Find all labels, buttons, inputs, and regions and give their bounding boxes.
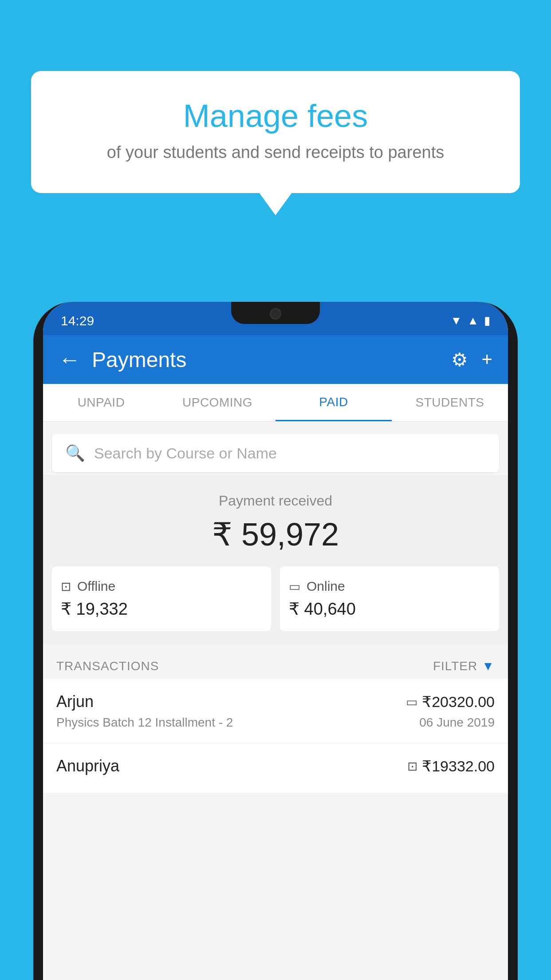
search-bar[interactable]: 🔍 Search by Course or Name bbox=[52, 434, 499, 472]
transaction-amount: ₹20320.00 bbox=[422, 693, 495, 711]
status-icons: ▼ ▲ ▮ bbox=[451, 314, 490, 328]
transaction-row-top: Anupriya ⊡ ₹19332.00 bbox=[56, 757, 495, 775]
transaction-row-bottom: Physics Batch 12 Installment - 2 06 June… bbox=[56, 715, 495, 730]
offline-label: Offline bbox=[77, 579, 115, 594]
transaction-course: Physics Batch 12 Installment - 2 bbox=[56, 715, 233, 730]
transaction-name: Arjun bbox=[56, 692, 94, 711]
add-icon[interactable]: + bbox=[481, 349, 492, 370]
search-input[interactable]: Search by Course or Name bbox=[94, 445, 277, 462]
tab-bar: UNPAID UPCOMING PAID STUDENTS bbox=[43, 384, 508, 422]
transactions-label: TRANSACTIONS bbox=[56, 659, 159, 673]
filter-icon: ▼ bbox=[482, 659, 495, 673]
signal-icon: ▲ bbox=[467, 314, 479, 328]
transaction-name: Anupriya bbox=[56, 757, 119, 775]
payment-received-label: Payment received bbox=[52, 493, 499, 509]
wifi-icon: ▼ bbox=[451, 314, 462, 328]
payment-total-amount: ₹ 59,972 bbox=[52, 516, 499, 553]
payment-cards: ⊡ Offline ₹ 19,332 ▭ Online ₹ 40,640 bbox=[52, 566, 499, 631]
transaction-row-top: Arjun ▭ ₹20320.00 bbox=[56, 692, 495, 711]
transaction-list: Arjun ▭ ₹20320.00 Physics Batch 12 Insta… bbox=[43, 679, 508, 794]
speech-bubble: Manage fees of your students and send re… bbox=[31, 71, 520, 193]
transaction-amount: ₹19332.00 bbox=[422, 757, 495, 775]
transaction-date: 06 June 2019 bbox=[419, 715, 495, 730]
search-container: 🔍 Search by Course or Name bbox=[43, 426, 508, 480]
online-icon: ▭ bbox=[289, 579, 300, 594]
phone-screen: 14:29 ▼ ▲ ▮ ← Payments ⚙ + UNPAID UPCOMI… bbox=[43, 302, 508, 980]
transaction-amount-wrap: ▭ ₹20320.00 bbox=[406, 693, 495, 711]
app-header: ← Payments ⚙ + bbox=[43, 335, 508, 384]
speech-bubble-subtitle: of your students and send receipts to pa… bbox=[53, 143, 498, 162]
table-row[interactable]: Anupriya ⊡ ₹19332.00 bbox=[43, 743, 508, 794]
page-title: Payments bbox=[92, 348, 451, 372]
payment-type-icon: ▭ bbox=[406, 695, 417, 709]
filter-label: FILTER bbox=[433, 659, 477, 673]
offline-icon: ⊡ bbox=[61, 579, 71, 594]
online-card-header: ▭ Online bbox=[289, 579, 490, 594]
phone-camera bbox=[270, 308, 281, 320]
tab-paid[interactable]: PAID bbox=[276, 384, 392, 421]
speech-bubble-title: Manage fees bbox=[53, 98, 498, 134]
phone-notch bbox=[231, 302, 320, 324]
tab-unpaid[interactable]: UNPAID bbox=[43, 384, 159, 421]
filter-button[interactable]: FILTER ▼ bbox=[433, 659, 495, 673]
status-time: 14:29 bbox=[61, 313, 94, 328]
offline-amount: ₹ 19,332 bbox=[61, 599, 262, 619]
payment-type-icon: ⊡ bbox=[407, 759, 417, 774]
table-row[interactable]: Arjun ▭ ₹20320.00 Physics Batch 12 Insta… bbox=[43, 679, 508, 743]
back-button[interactable]: ← bbox=[59, 347, 81, 372]
online-amount: ₹ 40,640 bbox=[289, 599, 490, 619]
settings-icon[interactable]: ⚙ bbox=[451, 349, 468, 371]
header-actions: ⚙ + bbox=[451, 349, 492, 371]
online-payment-card: ▭ Online ₹ 40,640 bbox=[280, 566, 499, 631]
search-icon: 🔍 bbox=[65, 444, 85, 462]
offline-payment-card: ⊡ Offline ₹ 19,332 bbox=[52, 566, 271, 631]
transaction-amount-wrap: ⊡ ₹19332.00 bbox=[407, 757, 495, 775]
tab-upcoming[interactable]: UPCOMING bbox=[159, 384, 276, 421]
offline-card-header: ⊡ Offline bbox=[61, 579, 262, 594]
battery-icon: ▮ bbox=[484, 314, 490, 328]
tab-students[interactable]: STUDENTS bbox=[392, 384, 508, 421]
phone-frame: 14:29 ▼ ▲ ▮ ← Payments ⚙ + UNPAID UPCOMI… bbox=[33, 302, 518, 980]
payment-summary: Payment received ₹ 59,972 ⊡ Offline ₹ 19… bbox=[43, 475, 508, 644]
online-label: Online bbox=[307, 579, 345, 594]
